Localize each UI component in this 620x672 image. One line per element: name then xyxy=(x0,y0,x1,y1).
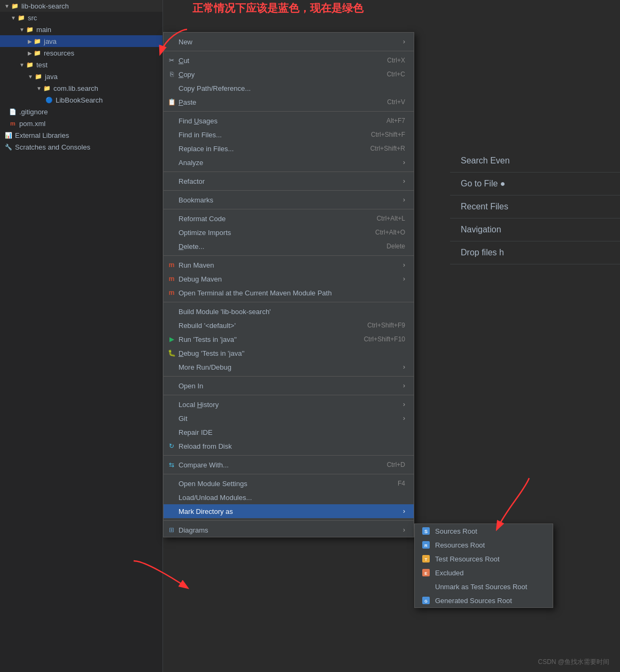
menu-reload-disk[interactable]: ↻ Reload from Disk xyxy=(164,439,414,453)
menu-reformat[interactable]: Reformat Code Ctrl+Alt+L xyxy=(164,212,414,225)
scratch-icon: 🔧 xyxy=(4,143,13,151)
right-panel-navigation: Navigation xyxy=(450,218,620,241)
project-icon: 📁 xyxy=(11,2,19,10)
tree-java-test[interactable]: ▼ 📁 java xyxy=(0,71,162,82)
reformat-shortcut: Ctrl+Alt+L xyxy=(377,215,405,222)
menu-local-history[interactable]: Local History › xyxy=(164,397,414,411)
excluded-icon: E xyxy=(421,568,431,577)
right-panel-search-everywhere: Search Even xyxy=(450,150,620,173)
tree-java-main[interactable]: ▶ 📁 java xyxy=(0,35,162,47)
menu-paste[interactable]: 📋 Paste Ctrl+V xyxy=(164,95,414,109)
root-label: lib-book-search xyxy=(21,2,69,10)
menu-repair-ide[interactable]: Repair IDE xyxy=(164,425,414,439)
ext-libs-label: External Libraries xyxy=(15,131,69,139)
submenu-excluded[interactable]: E Excluded xyxy=(415,566,553,580)
test-resources-root-label: Test Resources Root xyxy=(435,555,500,563)
navigation-label: Navigation xyxy=(461,225,501,234)
main-label: main xyxy=(36,26,51,34)
replace-files-shortcut: Ctrl+Shift+R xyxy=(370,145,405,152)
tree-scratches[interactable]: 🔧 Scratches and Consoles xyxy=(0,141,162,153)
menu-replace-files[interactable]: Replace in Files... Ctrl+Shift+R xyxy=(164,142,414,155)
go-to-file-label: Go to File ● xyxy=(461,179,505,188)
arrow-icon: ▶ xyxy=(28,38,32,44)
menu-open-in[interactable]: Open In › xyxy=(164,379,414,393)
menu-reformat-label: Reformat Code xyxy=(179,215,226,223)
svg-text:S: S xyxy=(424,529,428,534)
svg-text:T: T xyxy=(425,557,428,562)
menu-new[interactable]: New › xyxy=(164,35,414,49)
arrow-icon: ▼ xyxy=(19,27,25,33)
submenu-generated-sources-root[interactable]: G Generated Sources Root xyxy=(415,593,553,607)
gitignore-label: .gitignore xyxy=(19,108,48,116)
java-test-label: java xyxy=(45,73,58,81)
java-main-label: java xyxy=(44,37,57,45)
tree-pom[interactable]: m pom.xml xyxy=(0,118,162,129)
menu-open-module-settings[interactable]: Open Module Settings F4 xyxy=(164,476,414,490)
menu-local-history-label: Local History xyxy=(179,401,219,409)
debug-icon: 🐛 xyxy=(167,348,176,358)
submenu-arrow: › xyxy=(403,38,405,45)
menu-more-run-debug[interactable]: More Run/Debug › xyxy=(164,360,414,374)
package-label: com.lib.search xyxy=(53,84,98,92)
menu-refactor[interactable]: Refactor › xyxy=(164,174,414,188)
tree-package[interactable]: ▼ 📁 com.lib.search xyxy=(0,82,162,94)
tree-main[interactable]: ▼ 📁 main xyxy=(0,24,162,35)
submenu-arrow: › xyxy=(403,177,405,185)
menu-debug-maven[interactable]: m Debug Maven › xyxy=(164,272,414,286)
unmark-icon xyxy=(421,582,431,591)
folder-icon: 📁 xyxy=(26,60,34,69)
menu-mark-directory-as[interactable]: Mark Directory as › xyxy=(164,504,414,518)
menu-find-files[interactable]: Find in Files... Ctrl+Shift+F xyxy=(164,128,414,142)
sources-root-label: Sources Root xyxy=(435,527,477,535)
arrow-icon: ▼ xyxy=(11,15,16,21)
menu-git[interactable]: Git › xyxy=(164,411,414,425)
submenu-unmark-test-sources[interactable]: Unmark as Test Sources Root xyxy=(415,580,553,593)
tree-root[interactable]: ▼ 📁 lib-book-search xyxy=(0,0,162,12)
menu-build-module[interactable]: Build Module 'lib-book-search' xyxy=(164,304,414,318)
right-panel-recent-files: Recent Files xyxy=(450,196,620,218)
menu-delete[interactable]: Delete... Delete xyxy=(164,239,414,253)
svg-text:G: G xyxy=(424,599,428,603)
menu-copy-path[interactable]: Copy Path/Reference... xyxy=(164,81,414,95)
menu-find-usages[interactable]: Find Usages Alt+F7 xyxy=(164,114,414,128)
tree-gitignore[interactable]: 📄 .gitignore xyxy=(0,106,162,118)
maven-run-icon: m xyxy=(167,260,176,270)
menu-debug-tests[interactable]: 🐛 Debug 'Tests in 'java'' xyxy=(164,346,414,360)
arrow-icon: ▼ xyxy=(19,62,25,68)
run-tests-shortcut: Ctrl+Shift+F10 xyxy=(364,335,405,343)
tree-resources[interactable]: ▶ 📁 resources xyxy=(0,47,162,59)
menu-analyze[interactable]: Analyze › xyxy=(164,155,414,169)
submenu-resources-root[interactable]: R Resources Root xyxy=(415,538,553,552)
menu-cut-label: Cut xyxy=(179,57,189,65)
submenu-mark-directory: S Sources Root R Resources Root T Test R… xyxy=(414,523,553,608)
menu-open-in-label: Open In xyxy=(179,382,203,390)
attribution: CSDN @鱼找水需要时间 xyxy=(538,658,609,667)
submenu-arrow: › xyxy=(403,382,405,389)
menu-refactor-label: Refactor xyxy=(179,177,205,185)
tree-src[interactable]: ▼ 📁 src xyxy=(0,12,162,24)
menu-diagrams[interactable]: ⊞ Diagrams › xyxy=(164,523,414,537)
submenu-arrow: › xyxy=(403,196,405,204)
menu-copy[interactable]: ⎘ Copy Ctrl+C xyxy=(164,67,414,81)
tree-class[interactable]: 🔵 LibBookSearch xyxy=(0,94,162,106)
optimize-shortcut: Ctrl+Alt+O xyxy=(375,229,405,236)
tree-ext-libs[interactable]: 📊 External Libraries xyxy=(0,129,162,141)
module-settings-shortcut: F4 xyxy=(398,480,405,487)
menu-compare-with[interactable]: ⇆ Compare With... Ctrl+D xyxy=(164,458,414,472)
menu-rebuild[interactable]: Rebuild '<default>' Ctrl+Shift+F9 xyxy=(164,318,414,332)
menu-open-terminal-maven[interactable]: m Open Terminal at the Current Maven Mod… xyxy=(164,286,414,300)
menu-bookmarks[interactable]: Bookmarks › xyxy=(164,193,414,207)
menu-cut[interactable]: ✂ Cut Ctrl+X xyxy=(164,53,414,67)
tree-test[interactable]: ▼ 📁 test xyxy=(0,59,162,71)
project-panel: ▼ 📁 lib-book-search ▼ 📁 src ▼ 📁 main ▶ 📁… xyxy=(0,0,163,672)
menu-run-maven[interactable]: m Run Maven › xyxy=(164,258,414,272)
folder-icon: 📁 xyxy=(43,84,51,92)
menu-run-tests[interactable]: ▶ Run 'Tests in 'java'' Ctrl+Shift+F10 xyxy=(164,332,414,346)
library-icon: 📊 xyxy=(4,131,13,139)
menu-optimize-imports-label: Optimize Imports xyxy=(179,229,231,237)
submenu-test-resources-root[interactable]: T Test Resources Root xyxy=(415,552,553,566)
submenu-arrow: › xyxy=(403,507,405,515)
submenu-sources-root[interactable]: S Sources Root xyxy=(415,524,553,538)
menu-load-unload-modules[interactable]: Load/Unload Modules... xyxy=(164,490,414,504)
menu-optimize-imports[interactable]: Optimize Imports Ctrl+Alt+O xyxy=(164,225,414,239)
